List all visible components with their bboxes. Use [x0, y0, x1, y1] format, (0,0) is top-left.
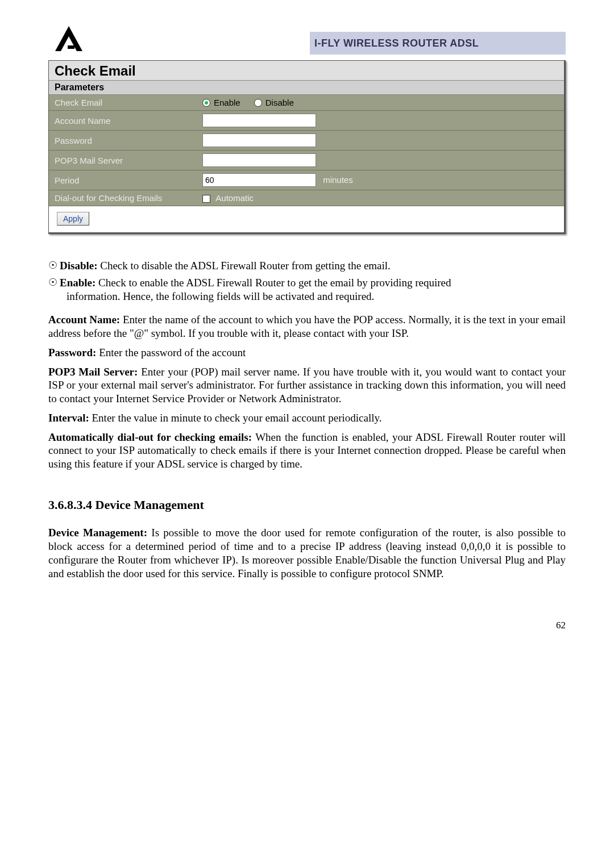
radio-enable[interactable] [202, 99, 210, 107]
interval-text: Enter the value in minute to check your … [89, 412, 382, 424]
automatic-checkbox[interactable] [202, 195, 210, 203]
row-check-email-label: Check Email [49, 95, 197, 111]
bullet-icon: ☉ [48, 276, 60, 303]
enable-bold: Enable: [60, 277, 96, 289]
enable-text-1: Check to enable the ADSL Firewall Router… [96, 277, 451, 289]
radio-enable-label: Enable [214, 98, 240, 107]
password-input[interactable] [202, 133, 316, 147]
document-header-band: I-FLY WIRELESS ROUTER ADSL [310, 32, 566, 55]
period-unit-label: minutes [323, 175, 353, 185]
row-account-name-label: Account Name [49, 111, 197, 131]
pop3-server-input[interactable] [202, 153, 316, 167]
panel-title: Check Email [49, 61, 564, 81]
auto-bold: Automatically dial-out for checking emai… [48, 431, 252, 443]
section-heading: 3.6.8.3.4 Device Management [48, 497, 566, 513]
account-text: Enter the name of the account to which y… [48, 314, 566, 339]
account-name-input[interactable] [202, 114, 316, 127]
pop3-bold: POP3 Mail Server: [48, 366, 138, 378]
dm-bold: Device Management: [48, 527, 147, 539]
page-number: 62 [48, 620, 566, 631]
panel-subtitle: Parameters [49, 81, 564, 95]
interval-bold: Interval: [48, 412, 89, 424]
radio-disable[interactable] [254, 99, 262, 107]
bullet-icon: ☉ [48, 259, 60, 273]
check-email-panel: Check Email Parameters Check Email Enabl… [48, 60, 566, 234]
password-text: Enter the password of the account [96, 347, 246, 358]
enable-text-2: information. Hence, the following fields… [67, 290, 374, 302]
disable-bold: Disable: [60, 260, 98, 272]
password-bold: Password: [48, 347, 96, 358]
svg-rect-0 [68, 45, 74, 49]
disable-text: Check to disable the ADSL Firewall Route… [98, 260, 391, 272]
row-dialout-label: Dial-out for Checking Emails [49, 190, 197, 206]
row-period-label: Period [49, 170, 197, 190]
document-body: ☉ Disable: Check to disable the ADSL Fir… [48, 259, 566, 580]
radio-disable-label: Disable [265, 98, 294, 107]
brand-logo [53, 23, 85, 55]
account-bold: Account Name: [48, 314, 120, 326]
row-pop3-label: POP3 Mail Server [49, 151, 197, 170]
document-header-title: I-FLY WIRELESS ROUTER ADSL [314, 37, 479, 49]
period-input[interactable] [202, 173, 316, 187]
automatic-label: Automatic [215, 193, 254, 203]
row-password-label: Password [49, 131, 197, 151]
apply-button[interactable]: Apply [57, 212, 89, 226]
